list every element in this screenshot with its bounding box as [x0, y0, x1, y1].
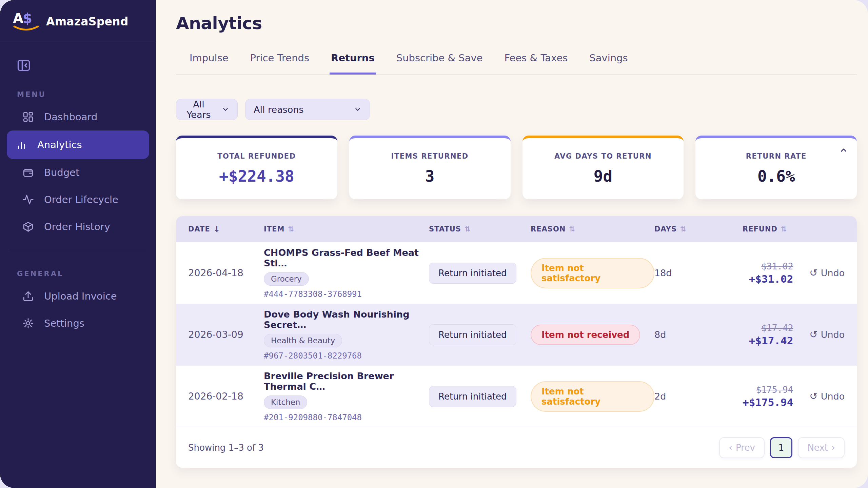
app-window: A$ AmazaSpend MENU	[0, 0, 868, 488]
chevron-up-icon	[839, 146, 848, 155]
stat-value: 0.6%	[757, 167, 795, 185]
panel-collapse-icon	[16, 58, 31, 73]
stat-cards: TOTAL REFUNDED +$224.38 ITEMS RETURNED 3…	[176, 136, 857, 199]
status-badge: Return initiated	[429, 386, 516, 407]
row-status: Return initiated	[429, 386, 531, 407]
sidebar-item-upload-invoice[interactable]: Upload Invoice	[7, 283, 149, 310]
gear-icon	[22, 318, 34, 329]
undo-button[interactable]: ↺ Undo	[809, 329, 845, 340]
sidebar-item-analytics[interactable]: Analytics	[7, 130, 149, 159]
tab-subscribe-save[interactable]: Subscribe & Save	[395, 52, 484, 75]
upload-icon	[22, 290, 34, 302]
reason-filter-dropdown[interactable]: All reasons	[245, 99, 370, 120]
sort-icon: ⇅	[781, 225, 787, 233]
reason-badge: Item not satisfactory	[531, 381, 654, 412]
item-name: Breville Precision Brewer Thermal C…	[264, 371, 429, 392]
row-days: 8d	[654, 329, 743, 340]
order-id: #967-2803501-8229768	[264, 351, 362, 361]
stat-card-return-rate: RETURN RATE 0.6%	[695, 136, 857, 199]
category-badge: Health & Beauty	[264, 334, 342, 347]
sidebar-nav: MENU Dashboard Analytics Budg	[0, 43, 156, 488]
tab-fees-taxes[interactable]: Fees & Taxes	[503, 52, 569, 75]
filter-bar: All Years All reasons	[176, 99, 857, 120]
category-badge: Grocery	[264, 272, 309, 286]
tab-bar: Impulse Price Trends Returns Subscribe &…	[176, 52, 857, 75]
item-name: Dove Body Wash Nourishing Secret…	[264, 309, 429, 330]
item-name: CHOMPS Grass-Fed Beef Meat Sti…	[264, 247, 429, 268]
general-section-label: GENERAL	[17, 270, 156, 278]
sidebar-item-order-lifecycle[interactable]: Order Lifecycle	[7, 186, 149, 213]
wallet-icon	[22, 167, 34, 178]
sidebar-header: A$ AmazaSpend	[0, 0, 156, 43]
refund-original: $17.42	[761, 323, 793, 333]
column-header-refund[interactable]: REFUND ⇅	[743, 225, 857, 233]
row-refund: $17.42 +$17.42 ↺ Undo	[743, 323, 857, 347]
stat-value: 3	[425, 167, 435, 185]
refund-original: $175.94	[756, 385, 793, 395]
sidebar-item-label: Settings	[44, 318, 84, 329]
order-id: #201-9209880-7847048	[264, 413, 362, 422]
table-header: DATE ↓ ITEM ⇅ STATUS ⇅ REASON ⇅ DAYS ⇅	[176, 216, 857, 242]
prev-page-button[interactable]: ‹ Prev	[719, 437, 765, 458]
undo-icon: ↺	[809, 391, 817, 401]
tab-savings[interactable]: Savings	[588, 52, 629, 75]
column-header-date[interactable]: DATE ↓	[176, 225, 264, 233]
row-refund: $31.02 +$31.02 ↺ Undo	[743, 261, 857, 285]
row-item: Breville Precision Brewer Thermal C… Kit…	[264, 371, 429, 422]
row-reason: Item not satisfactory	[531, 381, 654, 412]
column-header-status[interactable]: STATUS ⇅	[429, 225, 531, 233]
sort-icon: ⇅	[288, 225, 294, 233]
year-filter-dropdown[interactable]: All Years	[176, 99, 238, 120]
chevron-left-icon: ‹	[729, 443, 732, 452]
column-header-reason[interactable]: REASON ⇅	[531, 225, 654, 233]
row-days: 2d	[654, 391, 743, 402]
chevron-right-icon: ›	[831, 443, 835, 452]
dashboard-grid-icon	[22, 111, 34, 123]
column-header-days[interactable]: DAYS ⇅	[654, 225, 743, 233]
tab-returns[interactable]: Returns	[330, 52, 376, 75]
reason-badge: Item not received	[531, 325, 640, 345]
returns-table: DATE ↓ ITEM ⇅ STATUS ⇅ REASON ⇅ DAYS ⇅	[176, 216, 857, 468]
stat-label: TOTAL REFUNDED	[217, 152, 296, 160]
undo-button[interactable]: ↺ Undo	[809, 391, 845, 402]
sidebar-collapse-button[interactable]	[16, 58, 31, 73]
stat-card-items-returned: ITEMS RETURNED 3	[349, 136, 511, 199]
sidebar-item-label: Upload Invoice	[44, 290, 117, 302]
tab-price-trends[interactable]: Price Trends	[249, 52, 311, 75]
row-days: 18d	[654, 268, 743, 278]
column-header-item[interactable]: ITEM ⇅	[264, 225, 429, 233]
sidebar-item-budget[interactable]: Budget	[7, 159, 149, 186]
menu-section-label: MENU	[17, 90, 156, 99]
sidebar-divider	[9, 252, 146, 252]
stat-card-total-refunded: TOTAL REFUNDED +$224.38	[176, 136, 337, 199]
table-row: 2026-03-09 Dove Body Wash Nourishing Sec…	[176, 304, 857, 365]
sidebar: A$ AmazaSpend MENU	[0, 0, 156, 488]
row-status: Return initiated	[429, 263, 531, 284]
refund-amount: +$17.42	[749, 334, 793, 347]
sidebar-item-order-history[interactable]: Order History	[7, 213, 149, 240]
stat-label: AVG DAYS TO RETURN	[554, 152, 652, 160]
reason-filter-value: All reasons	[254, 104, 304, 115]
logo-swoosh-icon	[13, 25, 39, 32]
sidebar-item-settings[interactable]: Settings	[7, 310, 149, 337]
sort-icon: ⇅	[569, 225, 575, 233]
sidebar-item-label: Dashboard	[44, 111, 97, 123]
sidebar-item-dashboard[interactable]: Dashboard	[7, 103, 149, 130]
next-page-button[interactable]: Next ›	[798, 437, 845, 458]
row-item: CHOMPS Grass-Fed Beef Meat Sti… Grocery …	[264, 247, 429, 299]
undo-icon: ↺	[809, 330, 817, 340]
tab-impulse[interactable]: Impulse	[188, 52, 230, 75]
page-1-button[interactable]: 1	[770, 437, 793, 458]
pagination-status: Showing 1–3 of 3	[188, 443, 264, 453]
sort-desc-icon: ↓	[214, 225, 220, 233]
activity-icon	[22, 194, 34, 205]
package-icon	[22, 221, 34, 232]
reason-badge: Item not satisfactory	[531, 258, 654, 288]
sort-icon: ⇅	[680, 225, 687, 233]
undo-button[interactable]: ↺ Undo	[809, 268, 845, 278]
collapse-stats-button[interactable]	[839, 146, 848, 156]
pagination: ‹ Prev 1 Next ›	[719, 437, 845, 458]
stat-value: +$224.38	[219, 167, 294, 185]
refund-original: $31.02	[761, 261, 793, 271]
refund-amount: +$175.94	[743, 396, 793, 408]
